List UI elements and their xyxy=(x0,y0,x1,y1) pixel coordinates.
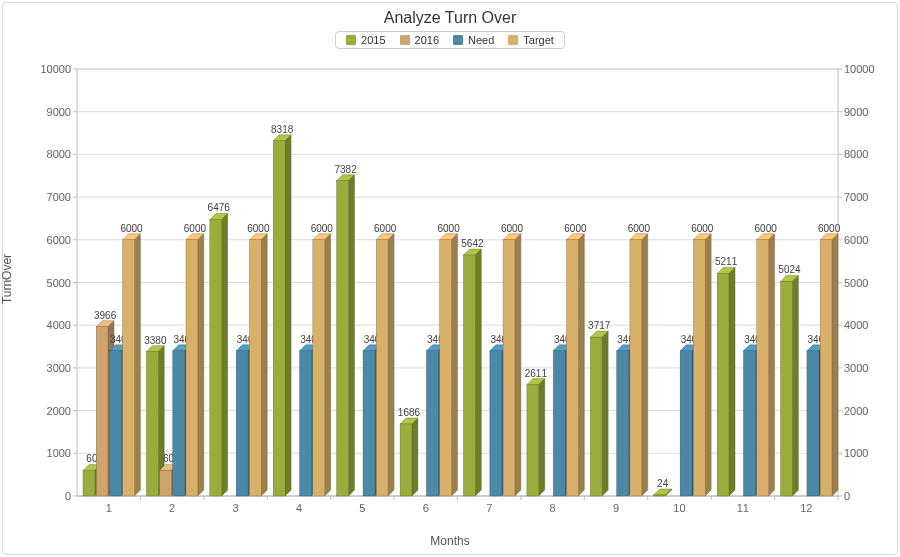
svg-text:1000: 1000 xyxy=(47,447,71,459)
svg-text:6000: 6000 xyxy=(184,223,207,234)
svg-text:6000: 6000 xyxy=(247,223,270,234)
svg-marker-174 xyxy=(578,234,584,496)
svg-rect-101 xyxy=(236,351,248,496)
svg-rect-143 xyxy=(426,351,438,496)
svg-text:2611: 2611 xyxy=(525,368,548,379)
svg-text:5: 5 xyxy=(359,502,365,514)
svg-rect-79 xyxy=(146,352,158,496)
legend-label-target: Target xyxy=(523,34,554,46)
svg-text:6000: 6000 xyxy=(501,223,524,234)
svg-text:6000: 6000 xyxy=(311,223,334,234)
legend-item-2016[interactable]: 2016 xyxy=(400,34,439,46)
svg-text:6000: 6000 xyxy=(844,234,868,246)
svg-text:24: 24 xyxy=(657,478,669,489)
svg-rect-87 xyxy=(173,351,185,496)
legend-label-need: Need xyxy=(468,34,494,46)
svg-marker-152 xyxy=(475,249,481,496)
svg-rect-91 xyxy=(186,240,198,496)
svg-rect-203 xyxy=(693,240,705,496)
legend-item-target[interactable]: Target xyxy=(508,34,554,46)
chart-svg: 0010001000200020003000300040004000500050… xyxy=(29,61,882,524)
svg-text:6000: 6000 xyxy=(818,223,841,234)
legend-item-need[interactable]: Need xyxy=(453,34,494,46)
svg-rect-125 xyxy=(337,181,349,496)
svg-rect-129 xyxy=(363,351,375,496)
legend: 2015 2016 Need Target xyxy=(335,31,565,49)
svg-text:8000: 8000 xyxy=(47,148,71,160)
svg-rect-213 xyxy=(744,351,756,496)
svg-text:3000: 3000 xyxy=(47,362,71,374)
legend-swatch-2016 xyxy=(400,35,410,45)
svg-text:2000: 2000 xyxy=(47,405,71,417)
svg-text:5024: 5024 xyxy=(778,264,801,275)
svg-text:5000: 5000 xyxy=(844,277,868,289)
legend-swatch-need xyxy=(453,35,463,45)
svg-text:6476: 6476 xyxy=(208,202,231,213)
svg-text:9000: 9000 xyxy=(47,106,71,118)
svg-text:7: 7 xyxy=(486,502,492,514)
svg-rect-209 xyxy=(717,273,729,496)
svg-rect-61 xyxy=(83,470,95,496)
svg-rect-119 xyxy=(313,240,325,496)
chart-title: Analyze Turn Over xyxy=(3,3,897,31)
svg-text:4000: 4000 xyxy=(47,319,71,331)
svg-text:9: 9 xyxy=(613,502,619,514)
svg-rect-181 xyxy=(590,337,602,496)
chart-container: Analyze Turn Over 2015 2016 Need Target … xyxy=(2,2,898,555)
svg-text:10: 10 xyxy=(673,502,685,514)
svg-text:2: 2 xyxy=(169,502,175,514)
legend-label-2015: 2015 xyxy=(361,34,385,46)
svg-text:6: 6 xyxy=(423,502,429,514)
svg-marker-208 xyxy=(729,267,735,496)
svg-text:6000: 6000 xyxy=(628,223,651,234)
svg-text:3000: 3000 xyxy=(844,362,868,374)
svg-marker-124 xyxy=(348,175,354,496)
svg-text:0: 0 xyxy=(65,490,71,502)
svg-text:7000: 7000 xyxy=(47,191,71,203)
svg-text:10000: 10000 xyxy=(40,63,71,75)
svg-marker-96 xyxy=(222,213,228,496)
svg-rect-73 xyxy=(123,240,135,496)
svg-text:6000: 6000 xyxy=(120,223,143,234)
svg-rect-223 xyxy=(781,281,793,496)
svg-text:8318: 8318 xyxy=(271,124,294,135)
svg-text:4: 4 xyxy=(296,502,302,514)
svg-rect-185 xyxy=(617,351,629,496)
svg-marker-72 xyxy=(134,234,140,496)
svg-text:3380: 3380 xyxy=(144,335,167,346)
svg-rect-195 xyxy=(654,495,666,496)
x-axis-label: Months xyxy=(430,534,469,548)
legend-label-2016: 2016 xyxy=(415,34,439,46)
svg-marker-90 xyxy=(198,234,204,496)
svg-text:6000: 6000 xyxy=(374,223,397,234)
svg-rect-133 xyxy=(376,240,388,496)
svg-text:12: 12 xyxy=(800,502,812,514)
svg-marker-230 xyxy=(832,234,838,496)
svg-rect-157 xyxy=(490,351,502,496)
svg-rect-65 xyxy=(96,327,108,496)
svg-marker-138 xyxy=(412,418,418,496)
svg-marker-104 xyxy=(261,234,267,496)
svg-marker-118 xyxy=(325,234,331,496)
svg-text:3: 3 xyxy=(232,502,238,514)
svg-rect-217 xyxy=(757,240,769,496)
svg-text:8: 8 xyxy=(550,502,556,514)
svg-text:7000: 7000 xyxy=(844,191,868,203)
legend-swatch-target xyxy=(508,35,518,45)
svg-text:5000: 5000 xyxy=(47,277,71,289)
legend-item-2015[interactable]: 2015 xyxy=(346,34,385,46)
svg-text:0: 0 xyxy=(844,490,850,502)
svg-text:7382: 7382 xyxy=(334,164,357,175)
svg-text:6000: 6000 xyxy=(564,223,587,234)
svg-marker-222 xyxy=(792,275,798,496)
svg-rect-227 xyxy=(807,351,819,496)
svg-rect-83 xyxy=(160,470,172,496)
svg-marker-166 xyxy=(539,379,545,496)
svg-text:1686: 1686 xyxy=(398,407,421,418)
svg-text:2000: 2000 xyxy=(844,405,868,417)
svg-text:4000: 4000 xyxy=(844,319,868,331)
svg-text:6000: 6000 xyxy=(47,234,71,246)
svg-rect-231 xyxy=(820,240,832,496)
svg-rect-167 xyxy=(527,385,539,496)
svg-rect-97 xyxy=(210,219,222,496)
